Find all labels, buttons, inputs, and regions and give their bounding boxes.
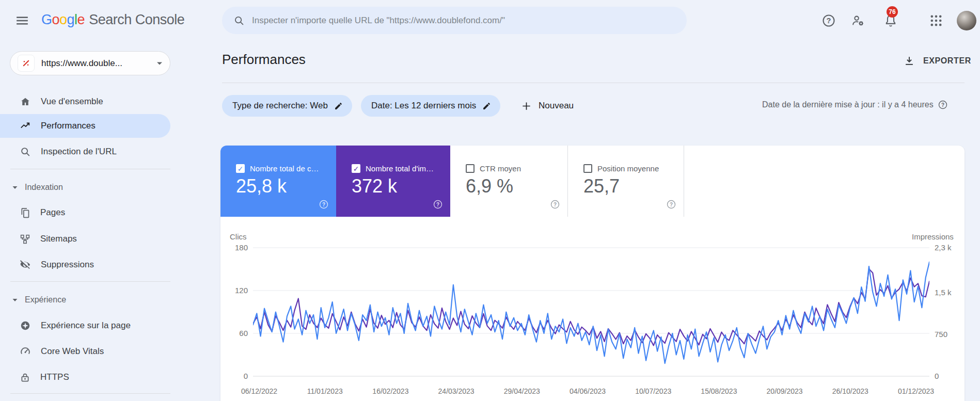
google-logo: Google (41, 12, 85, 28)
divider (222, 83, 965, 83)
sidebar-divider (10, 281, 170, 282)
svg-text:?: ? (670, 202, 673, 207)
sidebar-item-overview[interactable]: Vue d'ensemble (0, 91, 170, 112)
left-axis-title: Clics (230, 232, 247, 241)
x-date-label: 11/01/2023 (307, 387, 343, 395)
section-caret-icon (12, 186, 18, 189)
last-updated: Date de la dernière mise à jour : il y a… (762, 100, 948, 110)
metric-tile-total-clicks[interactable]: ✓ Nombre total de c… 25,8 k ? (220, 146, 336, 217)
x-date-label: 01/12/2023 (898, 387, 934, 395)
section-caret-icon (12, 298, 18, 302)
svg-text:?: ? (554, 202, 557, 207)
x-date-label: 04/06/2023 (570, 387, 606, 395)
url-inspect-searchbar[interactable]: Inspecter n'importe quelle URL de "https… (222, 7, 687, 34)
sidebar-item-performances[interactable]: Performances (0, 114, 170, 138)
notification-badge: 76 (887, 6, 898, 18)
x-date-label: 06/12/2022 (241, 387, 277, 395)
sidebar-item-https[interactable]: HTTPS (0, 367, 170, 388)
help-question-icon[interactable]: ? (550, 199, 560, 210)
help-icon[interactable]: ? (821, 13, 836, 28)
svg-text:?: ? (827, 17, 831, 25)
checkbox-unchecked-icon[interactable] (466, 164, 475, 173)
sidebar-item-removals[interactable]: Suppressions (0, 254, 170, 275)
hamburger-menu-icon[interactable] (15, 14, 29, 27)
download-icon (904, 55, 915, 67)
edit-pencil-icon (334, 102, 343, 110)
speedometer-icon (20, 346, 31, 357)
x-date-label: 26/10/2023 (832, 387, 868, 395)
x-date-label: 15/08/2023 (701, 387, 737, 395)
svg-text:?: ? (941, 102, 944, 108)
plus-icon (521, 101, 531, 111)
x-date-label: 29/04/2023 (504, 387, 540, 395)
x-date-label: 20/09/2023 (767, 387, 803, 395)
trending-up-icon (20, 120, 31, 132)
metric-tile-total-impressions[interactable]: ✓ Nombre total d'im… 372 k ? (336, 146, 450, 217)
apps-grid-icon[interactable] (929, 13, 943, 28)
magnifier-icon (20, 146, 31, 157)
sidebar-item-core-web-vitals[interactable]: Core Web Vitals (0, 341, 170, 362)
section-indexation[interactable]: Indexation (0, 181, 170, 194)
filter-chip-date[interactable]: Date: Les 12 derniers mois (361, 95, 500, 117)
sidebar-divider (10, 169, 170, 169)
app-logo: Google Search Console (41, 12, 184, 28)
section-experience[interactable]: Expérience (0, 293, 170, 307)
lock-icon (20, 372, 30, 383)
metric-tile-average-position[interactable]: Position moyenne 25,7 ? (568, 146, 684, 217)
help-question-icon[interactable]: ? (433, 199, 443, 210)
user-avatar[interactable] (957, 11, 976, 30)
home-icon (20, 96, 31, 107)
search-placeholder: Inspecter n'importe quelle URL de "https… (252, 15, 505, 26)
svg-text:?: ? (322, 202, 325, 207)
info-question-icon[interactable]: ? (938, 100, 948, 110)
metric-value: 372 k (352, 175, 397, 197)
filter-chip-search-type[interactable]: Type de recherche: Web (222, 95, 352, 117)
x-date-label: 10/07/2023 (635, 387, 671, 395)
checkbox-unchecked-icon[interactable] (583, 164, 592, 173)
property-selector[interactable]: https://www.double... (10, 51, 170, 75)
help-question-icon[interactable]: ? (666, 199, 676, 210)
sidebar-item-url-inspection[interactable]: Inspection de l'URL (0, 141, 170, 162)
property-icon (18, 55, 35, 72)
svg-text:?: ? (436, 202, 439, 207)
metric-tile-ctr[interactable]: CTR moyen 6,9 % ? (450, 146, 568, 217)
sidebar-divider (10, 393, 170, 394)
sitemap-tree-icon (20, 234, 30, 245)
page-experience-icon (20, 320, 31, 331)
manage-users-icon[interactable] (851, 13, 865, 28)
edit-pencil-icon (482, 102, 491, 110)
x-date-label: 16/02/2023 (372, 387, 408, 395)
checkbox-checked-icon[interactable]: ✓ (352, 164, 360, 173)
eye-off-icon (20, 259, 31, 270)
metric-value: 6,9 % (466, 175, 513, 197)
export-button[interactable]: EXPORTER (904, 55, 971, 67)
chevron-down-icon (156, 61, 163, 66)
performance-chart[interactable] (253, 237, 929, 382)
checkbox-checked-icon[interactable]: ✓ (236, 164, 245, 173)
help-question-icon[interactable]: ? (319, 199, 329, 210)
x-date-label: 24/03/2023 (438, 387, 475, 395)
clicks-line (253, 262, 929, 363)
sidebar-item-page-experience[interactable]: Expérience sur la page (0, 315, 170, 336)
property-url: https://www.double... (41, 58, 156, 69)
new-filter-button[interactable]: Nouveau (516, 95, 579, 117)
product-name: Search Console (89, 12, 184, 28)
page-title: Performances (222, 52, 306, 68)
sidebar-item-pages[interactable]: Pages (0, 202, 170, 223)
sidebar-item-sitemaps[interactable]: Sitemaps (0, 229, 170, 249)
search-icon (233, 15, 245, 26)
pages-icon (20, 207, 30, 218)
metric-value: 25,7 (583, 175, 620, 197)
metric-value: 25,8 k (236, 175, 287, 197)
